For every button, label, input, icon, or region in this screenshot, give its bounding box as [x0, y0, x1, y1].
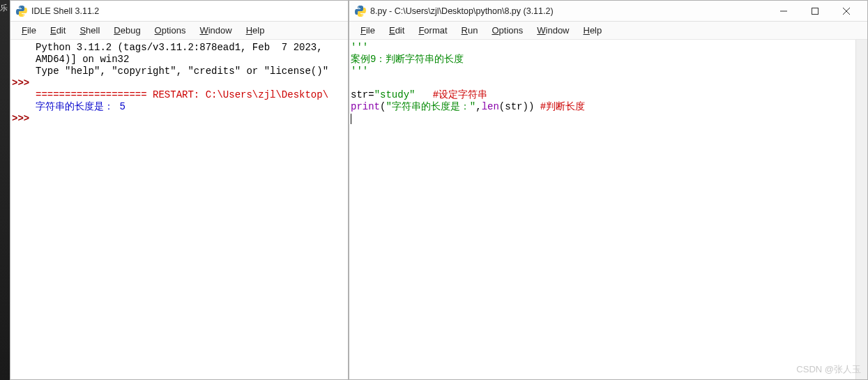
editor-titlebar[interactable]: 8.py - C:\Users\zjl\Desktop\python\8.py …	[349, 1, 867, 22]
menu-shell[interactable]: Shell	[73, 23, 107, 38]
prompt-marker: >>>	[10, 77, 34, 89]
code-line: 字符串的长度是： 5	[36, 101, 347, 113]
gutter-blank	[10, 89, 34, 101]
code-line	[351, 77, 854, 89]
menu-help[interactable]: Help	[577, 23, 609, 38]
editor-content[interactable]: '''案例9：判断字符串的长度'''str="study" #设定字符串prin…	[349, 40, 867, 379]
editor-code-area[interactable]: '''案例9：判断字符串的长度'''str="study" #设定字符串prin…	[349, 40, 855, 379]
shell-code-area[interactable]: Python 3.11.2 (tags/v3.11.2:878ead1, Feb…	[34, 40, 348, 379]
python-icon	[355, 6, 366, 17]
code-line	[36, 77, 347, 89]
svg-point-1	[23, 14, 24, 15]
code-line: str="study" #设定字符串	[351, 89, 854, 101]
gutter-blank	[10, 42, 34, 54]
gutter-blank	[10, 101, 34, 113]
menu-run[interactable]: Run	[455, 23, 485, 38]
shell-content[interactable]: >>>>>> Python 3.11.2 (tags/v3.11.2:878ea…	[10, 40, 348, 379]
menu-window[interactable]: Window	[192, 23, 238, 38]
editor-menubar: FileEditFormatRunOptionsWindowHelp	[349, 22, 867, 40]
svg-point-2	[358, 6, 360, 8]
shell-menubar: FileEditShellDebugOptionsWindowHelp	[10, 22, 348, 40]
shell-prompt-gutter: >>>>>>	[10, 40, 34, 379]
code-line: 案例9：判断字符串的长度	[351, 54, 854, 66]
menu-window[interactable]: Window	[530, 23, 576, 38]
gutter-blank	[10, 66, 34, 77]
shell-titlebar[interactable]: IDLE Shell 3.11.2	[10, 1, 348, 22]
scrollbar-vertical[interactable]	[855, 40, 867, 379]
code-line: '''	[351, 66, 854, 77]
menu-options[interactable]: Options	[485, 23, 530, 38]
shell-title: IDLE Shell 3.11.2	[31, 6, 99, 16]
desktop-edge: 乐	[0, 0, 10, 380]
code-line: AMD64)] on win32	[36, 54, 347, 66]
svg-rect-5	[812, 8, 818, 14]
menu-file[interactable]: File	[353, 23, 382, 38]
window-controls	[768, 1, 862, 21]
menu-file[interactable]: File	[15, 23, 43, 38]
menu-format[interactable]: Format	[411, 23, 454, 38]
svg-point-3	[362, 14, 363, 15]
code-line: '''	[351, 42, 854, 54]
code-line	[36, 113, 347, 125]
minimize-button[interactable]	[768, 1, 799, 21]
code-line: Type "help", "copyright", "credits" or "…	[36, 66, 347, 77]
svg-point-0	[20, 6, 21, 8]
idle-shell-window: IDLE Shell 3.11.2 FileEditShellDebugOpti…	[10, 0, 349, 380]
menu-debug[interactable]: Debug	[107, 23, 147, 38]
menu-options[interactable]: Options	[148, 23, 193, 38]
text-cursor	[351, 114, 351, 124]
cursor-line	[351, 113, 854, 125]
code-line: Python 3.11.2 (tags/v3.11.2:878ead1, Feb…	[36, 42, 347, 54]
close-button[interactable]	[830, 1, 862, 21]
menu-help[interactable]: Help	[239, 23, 272, 38]
python-icon	[16, 6, 27, 17]
idle-editor-window: 8.py - C:\Users\zjl\Desktop\python\8.py …	[349, 0, 868, 380]
gutter-blank	[10, 54, 34, 66]
prompt-marker: >>>	[10, 113, 34, 125]
editor-title: 8.py - C:\Users\zjl\Desktop\python\8.py …	[370, 6, 554, 16]
code-line: print("字符串的长度是：",len(str)) #判断长度	[351, 101, 854, 113]
menu-edit[interactable]: Edit	[43, 23, 73, 38]
maximize-button[interactable]	[799, 1, 830, 21]
code-line: =================== RESTART: C:\Users\zj…	[36, 89, 347, 101]
menu-edit[interactable]: Edit	[382, 23, 411, 38]
